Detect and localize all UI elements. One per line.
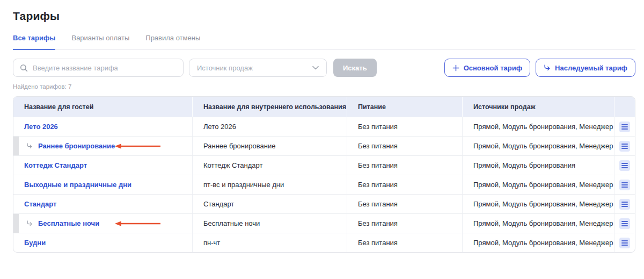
tabs-bar: Все тарифы Варианты оплаты Правила отмен…: [13, 34, 635, 50]
menu-cell: [614, 175, 635, 194]
add-inherited-tariff-label: Наследуемый тариф: [555, 64, 627, 72]
plus-icon: [452, 65, 459, 71]
row-menu-button[interactable]: [619, 160, 630, 171]
table-row: Лето 2026 Лето 2026 Без питания Прямой, …: [13, 117, 635, 136]
tariff-link[interactable]: Будни: [24, 239, 46, 247]
inherit-arrow-icon: [544, 65, 551, 71]
sources-cell: Прямой, Модуль бронирования, Менеджер ка…: [462, 214, 614, 233]
row-menu-button[interactable]: [619, 238, 630, 248]
internal-name-cell: Коттедж Стандарт: [192, 156, 347, 175]
red-arrow-annotation: [115, 220, 161, 227]
sources-cell: Прямой, Модуль бронирования, Менеджер ка…: [462, 195, 614, 213]
guest-name-cell: Будни: [13, 233, 192, 252]
table-row: Бесплатные ночи Бесплатные ночи Без пита…: [13, 213, 635, 233]
guest-name-cell: Раннее бронирование: [13, 137, 192, 155]
tariffs-page: Тарифы Все тарифы Варианты оплаты Правил…: [0, 0, 644, 279]
chevron-down-icon: [312, 66, 319, 70]
table-header: Название для гостей Название для внутрен…: [13, 97, 635, 117]
tab-payment-options[interactable]: Варианты оплаты: [71, 34, 129, 49]
internal-name-cell: Бесплатные ночи: [192, 214, 347, 233]
add-inherited-tariff-button[interactable]: Наследуемый тариф: [536, 59, 635, 77]
internal-name-cell: пт-вс и праздничные дни: [192, 175, 347, 194]
red-arrow-annotation: [115, 143, 161, 149]
inherited-indicator: [13, 214, 19, 233]
sources-cell: Прямой, Модуль бронирования, Менеджер ка…: [462, 117, 614, 136]
table-row: Раннее бронирование Раннее бронирование …: [13, 136, 635, 155]
meal-cell: Без питания: [347, 214, 462, 233]
guest-name-cell: Коттедж Стандарт: [13, 156, 192, 175]
row-menu-button[interactable]: [619, 218, 630, 229]
meal-cell: Без питания: [347, 233, 462, 252]
table-row: Будни пн-чт Без питания Прямой, Модуль б…: [13, 233, 635, 252]
tariff-link[interactable]: Бесплатные ночи: [38, 219, 99, 227]
search-icon: [20, 64, 28, 72]
search-input[interactable]: [33, 64, 177, 72]
table-row: Коттедж Стандарт Коттедж Стандарт Без пи…: [13, 155, 635, 175]
menu-cell: [614, 117, 635, 136]
sales-source-select[interactable]: Источник продаж: [189, 59, 327, 77]
meal-cell: Без питания: [347, 175, 462, 194]
sources-cell: Прямой, Модуль бронирования, Менеджер ка…: [462, 175, 614, 194]
tariff-search-box[interactable]: [13, 59, 184, 77]
menu-cell: [614, 137, 635, 155]
guest-name-cell: Стандарт: [13, 195, 192, 213]
menu-cell: [614, 195, 635, 213]
row-menu-button[interactable]: [619, 199, 630, 210]
table-body: Лето 2026 Лето 2026 Без питания Прямой, …: [13, 117, 635, 252]
tariff-link[interactable]: Раннее бронирование: [38, 142, 115, 150]
row-menu-button[interactable]: [619, 180, 630, 190]
select-value: Источник продаж: [197, 64, 253, 72]
search-button[interactable]: Искать: [333, 59, 377, 77]
column-header-guest-name: Название для гостей: [13, 97, 192, 117]
column-header-meal: Питание: [347, 97, 462, 117]
menu-cell: [614, 156, 635, 175]
table-row: Стандарт Стандарт Без питания Прямой, Мо…: [13, 194, 635, 213]
menu-cell: [614, 214, 635, 233]
page-title: Тарифы: [13, 10, 635, 23]
inherit-arrow-icon: [26, 143, 33, 149]
row-menu-button[interactable]: [619, 121, 630, 132]
tab-cancellation-rules[interactable]: Правила отмены: [145, 34, 200, 49]
sources-cell: Прямой, Модуль бронирования, Менеджер ка…: [462, 233, 614, 252]
guest-name-cell: Лето 2026: [13, 117, 192, 136]
tariffs-table: Название для гостей Название для внутрен…: [13, 96, 635, 253]
results-count: Найдено тарифов: 7: [13, 83, 635, 90]
column-header-menu: [614, 97, 635, 117]
column-header-sources: Источники продаж: [462, 97, 614, 117]
meal-cell: Без питания: [347, 195, 462, 213]
guest-name-cell: Бесплатные ночи: [13, 214, 192, 233]
menu-cell: [614, 233, 635, 252]
internal-name-cell: пн-чт: [192, 233, 347, 252]
filter-bar: Источник продаж Искать Основной тариф На…: [13, 59, 635, 77]
tariff-link[interactable]: Выходные и праздничные дни: [24, 181, 131, 189]
meal-cell: Без питания: [347, 137, 462, 155]
table-row: Выходные и праздничные дни пт-вс и празд…: [13, 175, 635, 194]
meal-cell: Без питания: [347, 156, 462, 175]
meal-cell: Без питания: [347, 117, 462, 136]
tab-all-tariffs[interactable]: Все тарифы: [13, 34, 55, 50]
internal-name-cell: Раннее бронирование: [192, 137, 347, 155]
sources-cell: Прямой, Модуль бронирования, Менеджер ка…: [462, 137, 614, 155]
row-menu-button[interactable]: [619, 141, 630, 152]
add-primary-tariff-label: Основной тариф: [464, 64, 522, 72]
add-primary-tariff-button[interactable]: Основной тариф: [444, 59, 530, 77]
column-header-internal-name: Название для внутреннего использования: [192, 97, 347, 117]
inherit-arrow-icon: [26, 220, 33, 226]
guest-name-cell: Выходные и праздничные дни: [13, 175, 192, 194]
inherited-indicator: [13, 137, 19, 155]
internal-name-cell: Стандарт: [192, 195, 347, 213]
sources-cell: Прямой, Модуль бронирования: [462, 156, 614, 175]
internal-name-cell: Лето 2026: [192, 117, 347, 136]
tariff-link[interactable]: Стандарт: [24, 200, 56, 208]
tariff-link[interactable]: Коттедж Стандарт: [24, 161, 87, 169]
tariff-link[interactable]: Лето 2026: [24, 123, 58, 131]
